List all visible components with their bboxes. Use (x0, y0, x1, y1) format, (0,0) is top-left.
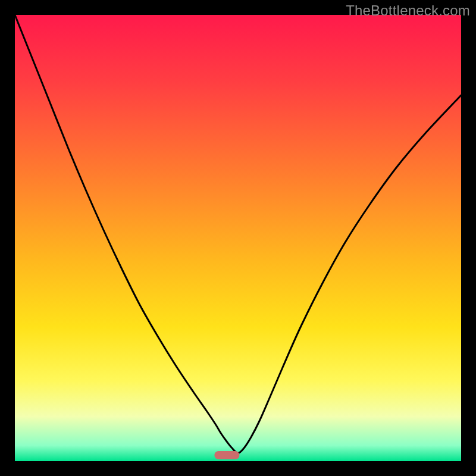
plot-area (15, 15, 461, 461)
svg-rect-0 (15, 15, 461, 461)
chart-frame: TheBottleneck.com (0, 0, 476, 476)
optimum-marker (215, 451, 239, 459)
heat-gradient-background (15, 15, 461, 461)
